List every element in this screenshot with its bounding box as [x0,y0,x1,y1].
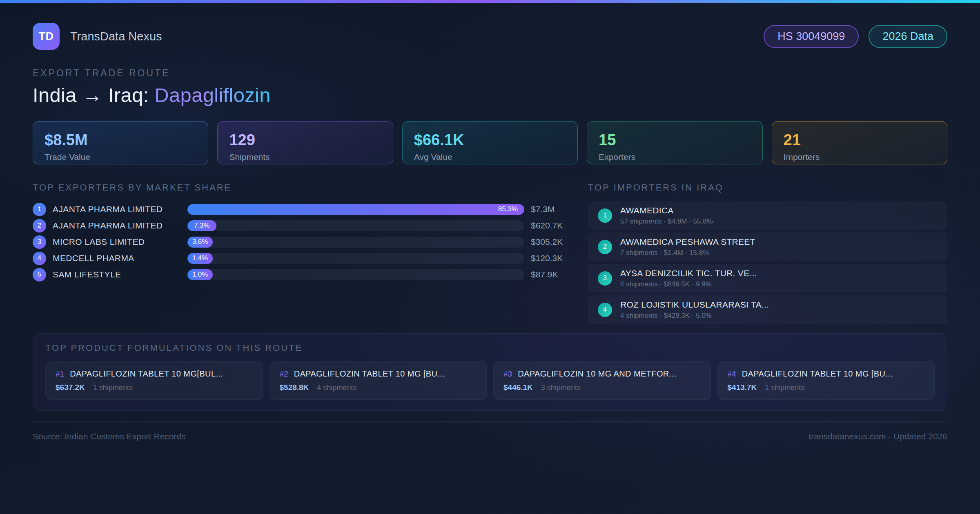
app-logo: TD [33,23,60,50]
page-title: India → Iraq: Dapagliflozin [33,84,947,106]
exporter-name: MEDCELL PHARMA [53,253,187,263]
products-heading: TOP PRODUCT FORMULATIONS ON THIS ROUTE [45,343,935,353]
stat-value: $66.1K [414,131,566,149]
rank-badge: 3 [598,271,612,286]
product-name: DAPAGLIFLOZIN TABLET 10 MG [BU... [742,369,893,379]
stat-value: 15 [599,131,751,149]
product-shipments: 1 shipments [765,383,804,392]
rank-badge: 3 [33,235,46,249]
exporters-section: TOP EXPORTERS BY MARKET SHARE 1AJANTA PH… [33,182,572,327]
market-share-bar-fill: 1.4% [187,253,213,264]
importer-name: AYSA DENIZCILIK TIC. TUR. VE... [620,268,757,278]
importer-info: ROZ LOJISTIK ULUSLARARASI TA...4 shipmen… [620,300,769,320]
rank-badge: 1 [33,203,46,216]
product-rank: #3 [503,370,512,379]
brand: TD TransData Nexus [33,23,162,50]
market-share-bar-fill: 1.0% [187,269,213,280]
importer-meta: 7 shipments · $1.4M · 15.8% [620,249,755,257]
product-rank: #2 [280,370,288,379]
eyebrow-label: EXPORT TRADE ROUTE [33,68,947,79]
product-name: DAPAGLIFLOZIN TABLET 10 MG [BU... [294,369,445,379]
stat-label: Avg Value [414,152,566,162]
products-panel: TOP PRODUCT FORMULATIONS ON THIS ROUTE #… [33,333,947,411]
product-name: DAPAGLIFLOZIN TABLET 10 MG[BUL... [70,369,223,379]
top-gradient-bar [0,0,980,3]
product-title-row: #1DAPAGLIFLOZIN TABLET 10 MG[BUL... [56,369,253,379]
exporter-name: SAM LIFESTYLE [53,270,187,279]
importer-name: AWAMEDICA [620,206,713,215]
product-value: $528.8K [280,383,309,392]
product-value: $446.1K [503,383,533,392]
market-share-bar-fill: 7.3% [187,220,216,231]
stat-label: Shipments [229,152,381,162]
stat-value: $8.5M [45,131,196,149]
market-share-bar-track: 3.6% [187,237,524,248]
importer-card[interactable]: 4ROZ LOJISTIK ULUSLARARASI TA...4 shipme… [588,295,947,324]
stat-value: 129 [229,131,381,149]
rank-badge: 1 [598,208,612,223]
product-card[interactable]: #4DAPAGLIFLOZIN TABLET 10 MG [BU...$413.… [717,361,935,400]
stat-card-exporters: 15 Exporters [587,121,762,164]
page-title-product: Dapagliflozin [154,84,270,106]
importer-name: ROZ LOJISTIK ULUSLARARASI TA... [620,300,769,310]
product-title-row: #3DAPAGLIFLOZIN 10 MG AND METFOR... [503,369,701,379]
exporters-heading: TOP EXPORTERS BY MARKET SHARE [33,182,572,193]
product-name: DAPAGLIFLOZIN 10 MG AND METFOR... [518,369,676,379]
rank-badge: 4 [33,252,46,265]
exporter-row[interactable]: 4MEDCELL PHARMA1.4%$120.3K [33,250,572,266]
market-share-bar-track: 1.0% [187,269,524,280]
importer-meta: 57 shipments · $4.8M · 55.8% [620,217,713,226]
exporter-value: $620.7K [531,221,572,230]
exporter-name: MICRO LABS LIMITED [53,237,187,247]
market-share-bar-track: 1.4% [187,253,524,264]
product-meta-row: $637.2K1 shipments [56,383,253,392]
product-card[interactable]: #2DAPAGLIFLOZIN TABLET 10 MG [BU...$528.… [270,361,487,400]
footer-source: Source: Indian Customs Export Records [33,432,186,441]
product-rank: #1 [56,370,64,379]
stat-label: Trade Value [45,152,196,162]
stat-card-shipments: 129 Shipments [217,121,393,164]
exporter-row[interactable]: 3MICRO LABS LIMITED3.6%$305.2K [33,234,572,250]
importer-meta: 4 shipments · $846.5K · 9.9% [620,280,757,288]
importer-card[interactable]: 1AWAMEDICA57 shipments · $4.8M · 55.8% [588,201,947,230]
importer-info: AWAMEDICA57 shipments · $4.8M · 55.8% [620,206,713,226]
importer-card[interactable]: 3AYSA DENIZCILIK TIC. TUR. VE...4 shipme… [588,264,947,292]
main-columns: TOP EXPORTERS BY MARKET SHARE 1AJANTA PH… [33,182,947,327]
product-value: $637.2K [56,383,85,392]
exporter-name: AJANTA PHARMA LIMITED [53,221,187,230]
importer-info: AYSA DENIZCILIK TIC. TUR. VE...4 shipmen… [620,268,757,288]
product-card[interactable]: #3DAPAGLIFLOZIN 10 MG AND METFOR...$446.… [493,361,711,400]
rank-badge: 5 [33,268,46,281]
hs-code-badge: HS 30049099 [764,25,859,48]
importer-info: AWAMEDICA PESHAWA STREET7 shipments · $1… [620,237,755,257]
rank-badge: 2 [33,219,46,233]
market-share-bar-track: 7.3% [187,220,524,231]
exporter-value: $7.3M [531,204,572,214]
products-list: #1DAPAGLIFLOZIN TABLET 10 MG[BUL...$637.… [45,361,935,400]
header-badges: HS 30049099 2026 Data [764,25,947,48]
product-shipments: 1 shipments [93,383,133,392]
exporter-value: $305.2K [531,237,572,247]
product-shipments: 4 shipments [317,383,356,392]
page-container: TD TransData Nexus HS 30049099 2026 Data… [0,23,980,441]
rank-badge: 4 [598,303,612,317]
stat-label: Exporters [599,152,751,162]
exporter-row[interactable]: 1AJANTA PHARMA LIMITED85.3%$7.3M [33,201,572,217]
stat-label: Importers [784,152,935,162]
footer-site: transdatanexus.com · Updated 2026 [808,432,947,441]
rank-badge: 2 [598,240,612,254]
exporter-row[interactable]: 5SAM LIFESTYLE1.0%$87.9K [33,266,572,283]
stat-card-trade-value: $8.5M Trade Value [33,121,208,164]
exporter-row[interactable]: 2AJANTA PHARMA LIMITED7.3%$620.7K [33,217,572,234]
product-card[interactable]: #1DAPAGLIFLOZIN TABLET 10 MG[BUL...$637.… [45,361,263,400]
data-year-badge: 2026 Data [869,25,947,48]
exporters-list: 1AJANTA PHARMA LIMITED85.3%$7.3M2AJANTA … [33,201,572,283]
exporter-value: $120.3K [531,253,572,263]
product-title-row: #4DAPAGLIFLOZIN TABLET 10 MG [BU... [728,369,925,379]
exporter-name: AJANTA PHARMA LIMITED [53,204,187,214]
importer-card[interactable]: 2AWAMEDICA PESHAWA STREET7 shipments · $… [588,233,947,261]
page-title-route: India → Iraq: [33,84,154,106]
stats-row: $8.5M Trade Value 129 Shipments $66.1K A… [33,121,947,164]
product-meta-row: $528.8K4 shipments [280,383,477,392]
product-title-row: #2DAPAGLIFLOZIN TABLET 10 MG [BU... [280,369,477,379]
